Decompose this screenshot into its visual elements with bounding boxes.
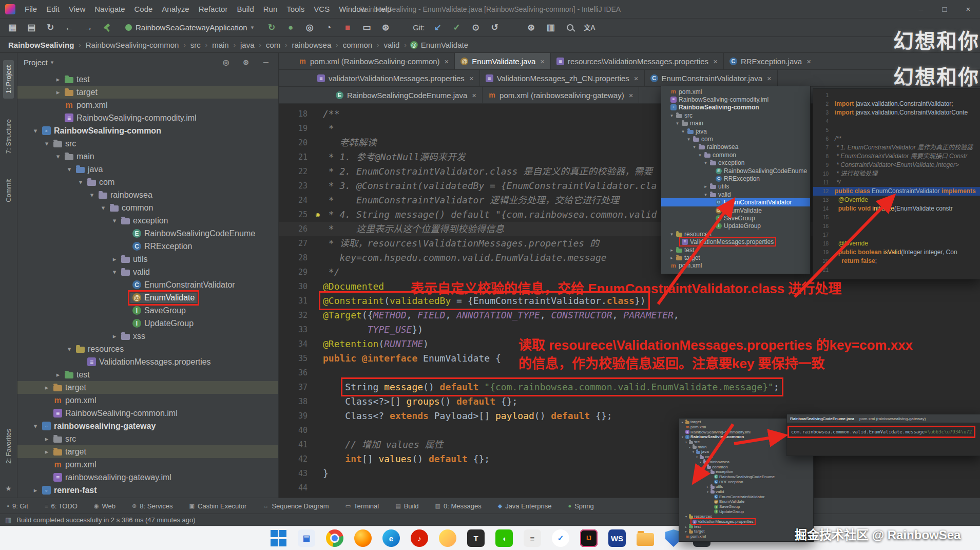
tree-item-utils[interactable]: ▸utils bbox=[679, 484, 813, 489]
tool-window-button-6-todo[interactable]: ≡6: TODO bbox=[45, 502, 78, 510]
tree-item-rainbowsea[interactable]: ▾rainbowsea bbox=[679, 460, 813, 465]
tree-item-valid[interactable]: ▾valid bbox=[17, 265, 278, 278]
tools-button[interactable]: ⊛ bbox=[525, 22, 537, 34]
tab-validationmessages-zh-cn-properties[interactable]: ≡ValidationMessages_zh_CN.properties× bbox=[480, 70, 645, 86]
git-history-button[interactable]: ⊙ bbox=[470, 22, 482, 34]
chevron-right-icon[interactable]: ▸ bbox=[31, 486, 40, 494]
tree-item-resources[interactable]: ▾resources bbox=[17, 343, 278, 355]
chevron-down-icon[interactable]: ▾ bbox=[706, 470, 709, 473]
intellij-idea-icon[interactable]: IJ bbox=[580, 529, 598, 547]
ph-collapse-button[interactable]: ─ bbox=[260, 56, 272, 68]
stop-button[interactable]: ■ bbox=[341, 22, 354, 34]
tab-pom-xml-rainbowsealiving-common[interactable]: mpom.xml (RainbowSealiving-common)× bbox=[293, 53, 455, 69]
nav-back-button[interactable]: ← bbox=[63, 22, 75, 34]
tool-window-button-terminal[interactable]: ▭Terminal bbox=[345, 502, 379, 510]
tree-item-updategroup[interactable]: IUpdateGroup bbox=[17, 317, 278, 330]
tree-item-savegroup[interactable]: ISaveGroup bbox=[679, 504, 813, 509]
menu-build[interactable]: Build bbox=[232, 2, 258, 16]
tree-item-rainbowsealiving-common-iml[interactable]: ≡RainbowSealiving-common.iml bbox=[17, 407, 278, 420]
git-rollback-button[interactable]: ↺ bbox=[489, 22, 501, 34]
tree-item-test[interactable]: ▸test bbox=[661, 246, 810, 254]
chrome-browser-icon[interactable] bbox=[326, 529, 343, 547]
breadcrumb-rainbowsealiving-common[interactable]: RainbowSealiving-common bbox=[85, 41, 180, 49]
menu-window[interactable]: Window bbox=[334, 2, 371, 16]
firefox-browser-icon[interactable] bbox=[354, 529, 372, 547]
tree-item-exception[interactable]: ▾exception bbox=[17, 214, 278, 227]
tree-item-rainbowsealivingcodeenume[interactable]: ERainbowSealivingCodeEnume bbox=[661, 167, 810, 175]
media-app-icon[interactable] bbox=[439, 529, 456, 547]
tree-item-target[interactable]: ▸target bbox=[17, 445, 278, 458]
tree-item-rainbowsealiving-gateway-iml[interactable]: ≡rainbowsealiving-gateway.iml bbox=[17, 471, 278, 484]
monitor-button[interactable]: ▭ bbox=[360, 22, 373, 34]
tree-item-test[interactable]: ▸test bbox=[679, 524, 813, 529]
chevron-right-icon[interactable]: ▸ bbox=[681, 420, 684, 424]
tool-window-button-9-git[interactable]: ▪9: Git bbox=[7, 502, 28, 510]
git-update-button[interactable]: ↙ bbox=[432, 22, 444, 34]
chevron-down-icon[interactable]: ▾ bbox=[76, 178, 85, 186]
tool-window-button-sequence-diagram[interactable]: ↔Sequence Diagram bbox=[263, 502, 329, 510]
menu-vcs[interactable]: VCS bbox=[309, 2, 334, 16]
breadcrumb-java[interactable]: java bbox=[239, 41, 256, 49]
menu-refactor[interactable]: Refactor bbox=[194, 2, 233, 16]
breadcrumb-src[interactable]: src bbox=[189, 41, 202, 49]
tree-item-rainbowsealiving-common[interactable]: ▾▫RainbowSealiving-common bbox=[17, 124, 278, 137]
tab-rainbowsealivingcodeenume-java[interactable]: ERainbowSealivingCodeEnume.java× bbox=[330, 87, 483, 103]
chevron-right-icon[interactable]: ▸ bbox=[42, 384, 51, 391]
tool-window-button-java-enterprise[interactable]: ◆Java Enterprise bbox=[498, 502, 552, 510]
breadcrumb-rainbowsealiving[interactable]: RainbowSealiving bbox=[7, 41, 75, 49]
ph-locate-button[interactable]: ◎ bbox=[220, 56, 232, 68]
tree-item-savegroup[interactable]: ISaveGroup bbox=[661, 214, 810, 222]
menu-tools[interactable]: Tools bbox=[282, 2, 309, 16]
menu-analyze[interactable]: Analyze bbox=[157, 2, 194, 16]
tree-item-renren-fast[interactable]: ▸▫renren-fast bbox=[17, 484, 278, 497]
tab-pom-xml-rainbowsealiving-gateway[interactable]: mpom.xml (rainbowsealiving-gateway)× bbox=[483, 87, 639, 103]
open-project-button[interactable]: ▦ bbox=[6, 22, 18, 34]
run-config-selector[interactable]: RainbowSeaGatewayApplication▾ bbox=[125, 23, 254, 32]
tool-stripe-commit[interactable]: Commit bbox=[3, 174, 14, 207]
tree-item-java[interactable]: ▾java bbox=[17, 163, 278, 176]
file-explorer-icon[interactable] bbox=[637, 533, 654, 546]
tree-item-utils[interactable]: ▸utils bbox=[661, 183, 810, 191]
tree-item-rainbowsealiving-commodity-iml[interactable]: ≡RainbowSealiving-commodity.iml bbox=[661, 96, 810, 103]
tree-item-java[interactable]: ▾java bbox=[661, 127, 810, 135]
chevron-right-icon[interactable]: ▸ bbox=[684, 525, 688, 528]
tree-item-rainbowsealivingcodeenume[interactable]: ERainbowSealivingCodeEnume bbox=[679, 475, 813, 480]
tree-item-validationmessages-properties[interactable]: ≡ValidationMessages.properties bbox=[17, 355, 278, 368]
tree-item-resources[interactable]: ▾resources bbox=[661, 230, 810, 238]
chevron-right-icon[interactable]: ▸ bbox=[53, 371, 63, 378]
notes-app-icon[interactable]: ≡ bbox=[524, 529, 541, 547]
chevron-down-icon[interactable]: ▾ bbox=[697, 153, 703, 158]
tree-item-src[interactable]: ▾src bbox=[17, 137, 278, 150]
git-commit-button[interactable]: ✓ bbox=[451, 22, 463, 34]
typora-icon[interactable]: T bbox=[467, 529, 485, 547]
tree-item-src[interactable]: ▸src bbox=[17, 432, 278, 445]
tree-item-rainbowsealiving-gateway[interactable]: ▾▫rainbowsealiving-gateway bbox=[17, 420, 278, 432]
tab-enumconstraintvalidator-java[interactable]: CEnumConstraintValidator.java× bbox=[645, 70, 778, 86]
chevron-down-icon[interactable]: ▾ bbox=[51, 59, 54, 66]
tim-app-icon[interactable]: ✓ bbox=[552, 529, 569, 547]
chevron-down-icon[interactable]: ▾ bbox=[669, 113, 675, 118]
tree-item-exception[interactable]: ▾exception bbox=[661, 159, 810, 167]
breadcrumb-rainbowsea[interactable]: rainbowsea bbox=[291, 41, 333, 49]
chevron-down-icon[interactable]: ▾ bbox=[699, 460, 702, 464]
chevron-down-icon[interactable]: ▾ bbox=[31, 127, 40, 135]
menu-navigate[interactable]: Navigate bbox=[90, 2, 129, 16]
close-icon[interactable]: × bbox=[540, 57, 545, 66]
chevron-right-icon[interactable]: ▸ bbox=[110, 255, 119, 263]
tree-item-validationmessages-properties[interactable]: ≡ValidationMessages.properties bbox=[679, 519, 813, 524]
tool-window-button-build[interactable]: ▤Build bbox=[395, 502, 418, 510]
chevron-down-icon[interactable]: ▾ bbox=[669, 232, 675, 237]
chevron-down-icon[interactable]: ▾ bbox=[65, 345, 74, 353]
tree-item-enumvalidate[interactable]: @EnumValidate bbox=[679, 499, 813, 504]
chevron-right-icon[interactable]: ▸ bbox=[669, 255, 675, 260]
tree-item-enumvalidate[interactable]: @EnumValidate bbox=[661, 206, 810, 214]
tool-window-button-web[interactable]: ◉Web bbox=[94, 502, 116, 510]
tree-item-enumconstraintvalidator[interactable]: CEnumConstraintValidator bbox=[661, 198, 810, 206]
tool-window-button-casbin-executor[interactable]: ▣Casbin Executor bbox=[189, 502, 247, 510]
chevron-down-icon[interactable]: ▾ bbox=[87, 191, 97, 199]
maximize-button[interactable]: □ bbox=[933, 0, 956, 18]
tree-item-enumvalidate[interactable]: @EnumValidate bbox=[17, 291, 278, 304]
search-everywhere-button[interactable] bbox=[564, 22, 577, 34]
tree-item-enumconstraintvalidator[interactable]: CEnumConstraintValidator bbox=[679, 494, 813, 499]
windows-start-icon[interactable] bbox=[270, 529, 287, 547]
